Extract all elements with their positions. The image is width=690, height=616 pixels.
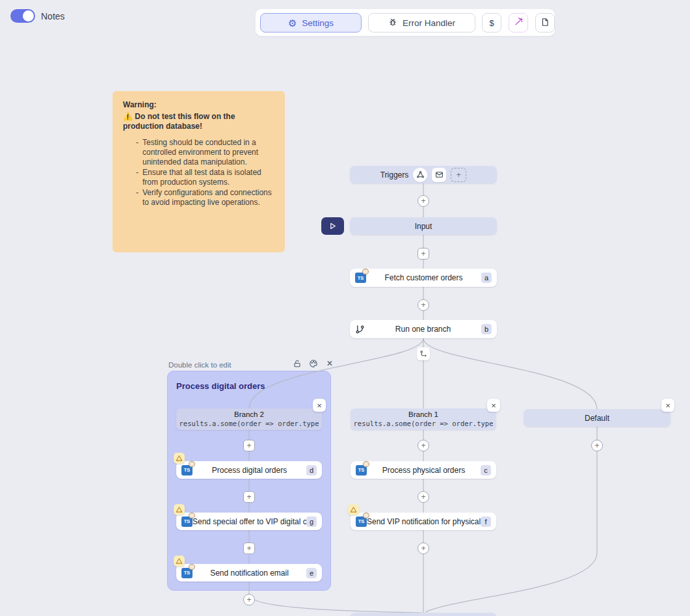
step-node-process-digital-orders[interactable]: TS Process digital orders d <box>176 461 322 479</box>
warning-badge[interactable] <box>348 504 359 515</box>
billing-button[interactable]: $ <box>482 13 501 33</box>
step-node-send-vip-notification[interactable]: TS Send VIP notification for physical...… <box>351 513 496 530</box>
add-step-button[interactable]: + <box>243 491 255 503</box>
typescript-icon: TS <box>356 465 367 475</box>
add-step-button[interactable]: + <box>243 542 255 554</box>
branch-split-icon <box>417 347 430 360</box>
step-id-badge: g <box>306 516 317 527</box>
add-trigger-button[interactable]: + <box>451 168 466 182</box>
note-alert: ⚠️ Do not test this flow on the producti… <box>123 112 274 132</box>
group-hint-row: Double click to edit × <box>168 358 331 370</box>
bug-icon <box>388 18 397 29</box>
input-node[interactable]: Input <box>350 217 497 235</box>
git-branch-icon <box>355 325 365 334</box>
document-button[interactable] <box>535 13 555 33</box>
settings-button[interactable]: ⚙ Settings <box>260 13 362 33</box>
warning-triangle-icon <box>176 455 183 462</box>
branch2-expression: results.a.some(order => order.type <box>179 420 319 428</box>
step-node-send-special-offer[interactable]: TS Send special offer to VIP digital c..… <box>176 513 322 530</box>
document-icon <box>540 18 550 29</box>
settings-label: Settings <box>302 18 334 28</box>
typescript-icon: TS <box>355 273 366 283</box>
step-node-run-one-branch[interactable]: Run one branch b <box>350 320 497 338</box>
palette-icon[interactable] <box>308 358 319 369</box>
branch1-header[interactable]: Branch 1 results.a.some(order => order.t… <box>351 408 496 430</box>
bun-runtime-icon <box>189 461 195 467</box>
add-step-button[interactable]: + <box>243 594 255 606</box>
typescript-icon: TS <box>181 465 192 475</box>
add-step-button[interactable]: + <box>418 491 429 503</box>
ai-wand-button[interactable] <box>509 13 528 33</box>
note-bullet-list: - Testing should be conducted in a contr… <box>123 138 274 208</box>
branch1-close-button[interactable]: × <box>487 399 500 412</box>
error-handler-label: Error Handler <box>403 18 455 28</box>
warning-triangle-icon <box>176 506 183 513</box>
add-step-button[interactable]: + <box>418 440 429 451</box>
add-step-button[interactable]: + <box>418 299 429 311</box>
webhook-icon[interactable] <box>413 168 427 182</box>
dollar-icon: $ <box>489 18 494 28</box>
step-node-send-notification-email[interactable]: TS Send notification email e <box>176 564 322 582</box>
default-branch-node[interactable]: Default <box>524 409 670 427</box>
step-label: Fetch customer orders <box>366 273 481 282</box>
add-step-button[interactable]: + <box>418 542 429 554</box>
step-node-process-physical-orders[interactable]: TS Process physical orders c <box>351 461 496 479</box>
step-label: Send special offer to VIP digital c... <box>192 517 306 526</box>
step-id-badge: d <box>306 465 317 475</box>
warning-note[interactable]: Warning: ⚠️ Do not test this flow on the… <box>113 91 285 252</box>
step-label: Send notification email <box>192 569 306 578</box>
notes-toggle-group: Notes <box>10 9 65 23</box>
typescript-icon: TS <box>181 516 192 527</box>
email-trigger-icon[interactable] <box>432 168 446 182</box>
bun-runtime-icon <box>362 269 369 275</box>
step-id-badge: b <box>481 324 492 334</box>
warning-triangle-icon <box>350 506 357 513</box>
magic-wand-icon <box>514 17 524 29</box>
branch1-expression: results.a.some(order => order.type <box>354 420 494 428</box>
branch2-title: Branch 2 <box>234 410 264 420</box>
bun-runtime-icon <box>189 564 195 570</box>
add-step-button[interactable]: + <box>243 440 255 451</box>
add-step-button[interactable]: + <box>591 440 603 451</box>
note-bullet: - Verify configurations and connections … <box>136 188 274 208</box>
step-node-fetch-customer-orders[interactable]: TS Fetch customer orders a <box>350 269 497 287</box>
step-label: Run one branch <box>365 325 481 334</box>
default-branch-label: Default <box>585 414 609 423</box>
group-close-icon[interactable]: × <box>325 358 335 369</box>
group-box-process-digital-orders[interactable] <box>167 371 331 591</box>
warning-triangle-icon <box>176 557 183 565</box>
warning-emoji-icon: ⚠️ <box>123 112 133 121</box>
warning-badge[interactable] <box>174 453 185 464</box>
default-branch-close-button[interactable]: × <box>661 399 674 412</box>
bun-runtime-icon <box>189 513 195 518</box>
branch2-header[interactable]: Branch 2 results.a.some(order => order.t… <box>176 408 322 430</box>
triggers-label: Triggers <box>380 170 409 180</box>
merge-node-partial[interactable] <box>350 613 497 616</box>
note-bullet: - Ensure that all test data is isolated … <box>136 168 274 187</box>
add-step-button[interactable]: + <box>418 195 429 207</box>
unlock-icon[interactable] <box>292 358 302 369</box>
bun-runtime-icon <box>363 461 369 467</box>
top-toolbar: ⚙ Settings Error Handler $ <box>255 8 555 36</box>
typescript-icon: TS <box>181 568 192 578</box>
triggers-node[interactable]: Triggers + <box>350 166 497 183</box>
step-id-badge: f <box>481 516 491 527</box>
step-label: Process physical orders <box>367 466 481 475</box>
step-label: Process digital orders <box>192 466 306 475</box>
warning-badge[interactable] <box>174 504 185 515</box>
flow-connectors <box>0 0 690 616</box>
flow-editor-canvas[interactable]: Notes ⚙ Settings Error Handler $ <box>0 0 690 616</box>
group-hint: Double click to edit <box>168 361 232 369</box>
group-title: Process digital orders <box>176 381 265 391</box>
error-handler-button[interactable]: Error Handler <box>368 13 475 33</box>
branch2-close-button[interactable]: × <box>313 399 326 412</box>
branch1-title: Branch 1 <box>408 410 438 420</box>
bullet-dash: - <box>136 168 139 187</box>
add-step-button[interactable]: + <box>418 248 429 260</box>
notes-toggle[interactable] <box>10 9 35 23</box>
notes-label: Notes <box>41 11 65 21</box>
warning-badge[interactable] <box>174 556 185 567</box>
run-flow-button[interactable] <box>321 217 344 235</box>
toggle-knob <box>23 10 34 21</box>
gear-icon: ⚙ <box>288 18 297 28</box>
